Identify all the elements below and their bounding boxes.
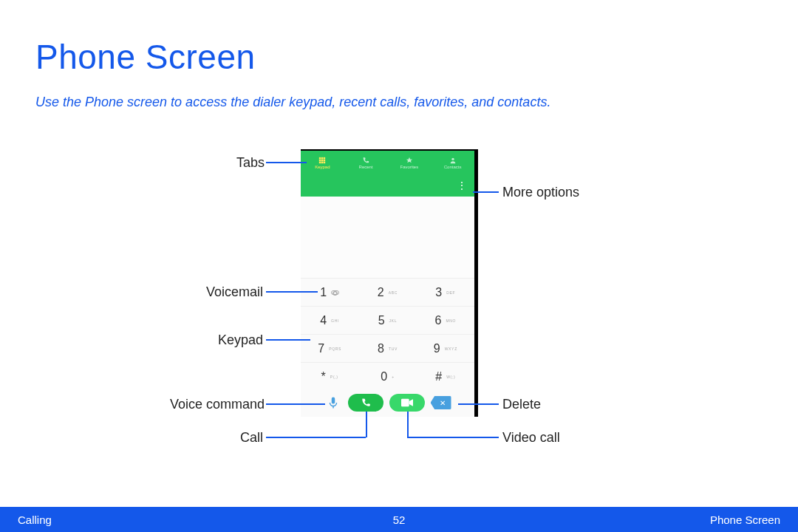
leader-line (266, 339, 310, 341)
key-digit: 9 (434, 342, 440, 355)
tab-recent[interactable]: Recent (344, 151, 388, 174)
svg-rect-2 (324, 157, 326, 159)
page-footer: Calling 52 Phone Screen (0, 507, 798, 532)
tab-label: Favorites (400, 165, 419, 169)
diagram: Keypad Recent Favorites Contacts ⋮ 1 2AB… (0, 133, 798, 473)
more-options-icon[interactable]: ⋮ (457, 180, 467, 191)
svg-rect-6 (319, 161, 321, 163)
key-hash[interactable]: #W(;) (417, 362, 474, 390)
key-9[interactable]: 9WXYZ (417, 334, 474, 362)
svg-rect-0 (319, 157, 321, 159)
keypad-grid-icon (318, 157, 326, 164)
key-letters: JKL (389, 318, 398, 323)
callout-more-options: More options (502, 185, 579, 200)
svg-point-9 (451, 157, 454, 160)
key-digit: 2 (378, 286, 384, 299)
tabs-bar: Keypad Recent Favorites Contacts (301, 151, 474, 174)
key-digit: 3 (435, 286, 442, 299)
key-letters: P(,) (330, 375, 338, 379)
call-button[interactable] (348, 394, 383, 412)
callout-call: Call (233, 430, 263, 446)
key-3[interactable]: 3DEF (417, 278, 474, 306)
leader-line (266, 162, 307, 163)
svg-rect-10 (331, 398, 335, 404)
key-digit: 0 (381, 370, 387, 383)
key-6[interactable]: 6MNO (417, 306, 474, 334)
key-letters: DEF (446, 290, 455, 295)
key-7[interactable]: 7PQRS (301, 334, 358, 362)
key-digit: 7 (318, 342, 324, 355)
mic-icon (327, 396, 340, 409)
tab-label: Recent (359, 165, 373, 169)
key-4[interactable]: 4GHI (301, 306, 358, 334)
leader-line (266, 291, 318, 293)
leader-line (407, 437, 499, 438)
key-letters: + (392, 375, 395, 379)
voicemail-icon (331, 290, 339, 295)
tab-label: Contacts (444, 165, 462, 169)
key-digit: 1 (320, 286, 327, 299)
key-star[interactable]: *P(,) (301, 362, 358, 390)
svg-rect-11 (332, 406, 334, 409)
key-letters: TUV (389, 347, 398, 351)
callout-keypad: Keypad (211, 332, 263, 348)
key-digit: 8 (378, 342, 384, 355)
key-letters: PQRS (329, 347, 341, 351)
key-letters: ABC (389, 290, 398, 295)
key-2[interactable]: 2ABC (358, 278, 416, 306)
key-letters: W(;) (446, 375, 455, 379)
svg-rect-4 (321, 159, 324, 161)
key-0[interactable]: 0+ (358, 362, 416, 390)
footer-section: Calling (18, 514, 52, 526)
key-digit: 6 (434, 314, 441, 327)
leader-line (266, 437, 366, 438)
callout-video-call: Video call (502, 430, 560, 446)
voice-command-button[interactable] (324, 394, 342, 412)
delete-x-icon: ✕ (440, 399, 446, 407)
key-letters: GHI (331, 318, 339, 323)
phone-mock: Keypad Recent Favorites Contacts ⋮ 1 2AB… (301, 149, 478, 417)
callout-voice-command: Voice command (146, 397, 265, 412)
tab-contacts[interactable]: Contacts (431, 151, 474, 174)
leader-line (266, 403, 325, 405)
svg-rect-8 (324, 161, 326, 163)
tab-label: Keypad (315, 165, 330, 169)
leader-line (366, 412, 367, 437)
key-digit: 4 (320, 314, 327, 327)
tab-favorites[interactable]: Favorites (388, 151, 432, 174)
key-digit: # (435, 370, 442, 383)
number-display (301, 197, 474, 278)
key-8[interactable]: 8TUV (358, 334, 416, 362)
leader-line (473, 191, 499, 193)
recent-phone-icon (362, 157, 369, 164)
person-icon (449, 157, 457, 164)
video-call-button[interactable] (389, 394, 425, 412)
more-options-row: ⋮ (301, 174, 474, 197)
delete-button[interactable]: ✕ (431, 396, 451, 409)
svg-rect-3 (319, 159, 321, 161)
svg-rect-5 (324, 159, 326, 161)
key-letters: WXYZ (445, 347, 457, 351)
phone-icon (361, 398, 371, 408)
video-icon (401, 398, 413, 407)
callout-delete: Delete (502, 397, 541, 412)
svg-rect-1 (321, 157, 324, 159)
footer-topic: Phone Screen (710, 514, 780, 526)
key-5[interactable]: 5JKL (358, 306, 416, 334)
callout-tabs: Tabs (228, 155, 265, 171)
leader-line (407, 412, 409, 437)
tab-keypad[interactable]: Keypad (301, 151, 344, 174)
page-title: Phone Screen (35, 37, 256, 77)
key-letters: MNO (446, 318, 456, 323)
star-icon (406, 157, 413, 164)
svg-rect-7 (321, 161, 324, 163)
svg-rect-12 (401, 399, 409, 407)
key-digit: * (321, 370, 326, 383)
action-row: ✕ (301, 389, 474, 417)
page-subtitle: Use the Phone screen to access the diale… (35, 95, 550, 110)
leader-line (458, 403, 499, 405)
keypad-grid: 1 2ABC 3DEF 4GHI 5JKL 6MNO 7PQRS 8TUV 9W… (301, 278, 474, 390)
callout-voicemail: Voicemail (197, 284, 263, 300)
footer-page-number: 52 (393, 514, 406, 526)
key-digit: 5 (378, 314, 385, 327)
